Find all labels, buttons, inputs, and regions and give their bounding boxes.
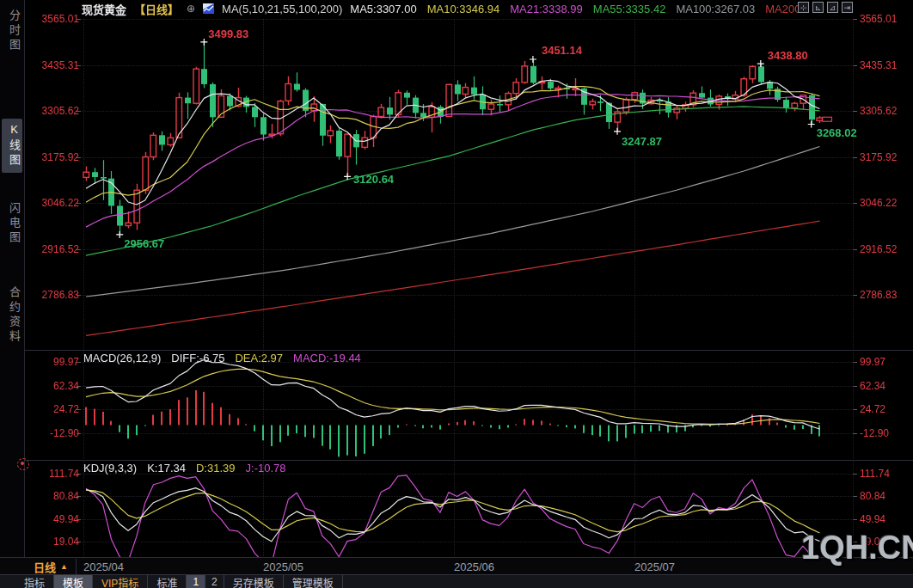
kdj-d-value: D:31.39: [196, 462, 236, 475]
price-axis-label: 99.97: [860, 356, 911, 368]
expand-pane-icon[interactable]: ⇥: [842, 2, 853, 13]
price-axis-label: 24.72: [26, 403, 79, 415]
price-annotation: 3438.80: [768, 49, 808, 62]
price-axis-label: 2916.52: [860, 243, 911, 255]
date-axis-label: 2025/07: [634, 560, 675, 573]
toolbar-tab-6[interactable]: 2: [205, 575, 224, 588]
price-axis-label: 3305.62: [860, 105, 911, 117]
macd-header: MACD(26,12,9) DIFF:-6.75 DEA:2.97 MACD:-…: [83, 352, 361, 364]
kline-chart-app: 分时图K线图闪电图合约资料 现货黄金 【日线】 ⊕ MA(5,10,21,55,…: [0, 0, 913, 588]
chart-canvas[interactable]: [0, 0, 913, 588]
date-axis-label: 2025/05: [263, 560, 303, 573]
ma-legend-value: MA10:3346.94: [427, 3, 500, 15]
pane-layout-2-icon[interactable]: ⊿: [827, 2, 838, 13]
price-axis-label: -12.90: [860, 427, 911, 439]
price-annotation: 3247.87: [622, 135, 662, 148]
sidebar-item-2[interactable]: K线图: [2, 119, 22, 173]
ma-legend: MA5:3307.00MA10:3346.94MA21:3338.99MA55:…: [350, 3, 804, 15]
price-axis-label: 49.94: [26, 513, 79, 525]
panel-divider: [24, 350, 913, 351]
price-annotation: 3499.83: [208, 28, 248, 40]
ma-legend-value: MA100:3267.03: [676, 3, 755, 15]
price-axis-label: 62.34: [26, 380, 79, 392]
price-axis-label: 80.84: [26, 490, 79, 502]
panel-divider: [24, 460, 913, 461]
price-axis-label: 80.84: [860, 490, 911, 502]
price-axis-label: 3046.22: [860, 197, 911, 209]
sidebar-item-3[interactable]: 闪电图: [2, 198, 22, 250]
toolbar-tab-1[interactable]: 指标: [15, 575, 54, 588]
price-axis-label: 19.04: [26, 536, 79, 548]
add-compare-icon[interactable]: ⊕: [187, 3, 195, 15]
symbol-name: 现货黄金: [82, 1, 126, 17]
date-axis-label: 2025/04: [83, 560, 124, 573]
ma-legend-value: MA5:3307.00: [350, 3, 416, 15]
period-tag: 【日线】: [134, 1, 179, 17]
kdj-title: KDJ(9,3,3): [83, 462, 137, 475]
price-axis-label: 49.94: [860, 513, 911, 525]
split-panes-icon[interactable]: ⊹: [798, 2, 809, 13]
macd-dea-value: DEA:2.97: [235, 352, 283, 364]
chart-type-sidebar: 分时图K线图闪电图合约资料: [0, 0, 25, 557]
price-axis-label: 3565.01: [26, 13, 79, 25]
price-axis-label: -12.90: [26, 427, 79, 439]
kdj-header: KDJ(9,3,3) K:17.34 D:31.39 J:-10.78: [83, 462, 286, 475]
kdj-k-value: K:17.34: [147, 462, 186, 475]
price-annotation: 2956.67: [124, 237, 164, 250]
price-axis-label: 2786.83: [860, 289, 911, 301]
kdj-j-value: J:-10.78: [246, 462, 286, 475]
date-axis-label: 2025/06: [454, 560, 494, 573]
price-axis-label: 3175.92: [26, 151, 79, 163]
ma-settings-label: MA(5,10,21,55,100,200): [222, 3, 342, 15]
price-axis-label: 3305.62: [26, 105, 79, 117]
price-axis-label: 111.74: [860, 468, 911, 480]
toolbar-tab-7[interactable]: 另存模板: [224, 575, 284, 588]
price-annotation: 3451.14: [542, 44, 582, 57]
toolbar-tab-4[interactable]: 标准: [148, 575, 187, 588]
toolbar-tab-8[interactable]: 管理模板: [284, 575, 343, 588]
main-chart-header: 现货黄金 【日线】 ⊕ MA(5,10,21,55,100,200) MA5:3…: [82, 2, 804, 15]
price-annotation: 3268.02: [817, 126, 857, 139]
price-axis-label: 3435.31: [26, 59, 79, 71]
price-axis-label: 3046.22: [26, 197, 79, 209]
macd-macd-value: MACD:-19.44: [293, 352, 361, 364]
date-axis-row: 日线 ▲ 2025/042025/052025/062025/07: [0, 557, 913, 575]
price-axis-label: 111.74: [26, 468, 79, 480]
price-axis-label: 3175.92: [860, 151, 911, 163]
toolbar-tab-3[interactable]: VIP指标: [93, 575, 148, 588]
macd-diff-value: DIFF:-6.75: [171, 352, 224, 364]
toolbar-tab-2[interactable]: 模板: [54, 575, 93, 588]
price-axis-label: 3565.01: [860, 13, 911, 25]
price-axis-label: 99.97: [26, 356, 79, 368]
price-axis-label: 62.34: [860, 380, 911, 392]
pane-layout-1-icon[interactable]: ⊾: [812, 2, 824, 13]
sidebar-item-4[interactable]: 合约资料: [2, 282, 22, 349]
pane-toolbar: ⊹⊾⊿⇥: [798, 2, 853, 13]
ma-legend-value: MA55:3335.42: [593, 3, 666, 15]
price-axis-label: 24.72: [860, 403, 911, 415]
toolbar-tab-5[interactable]: 1: [187, 575, 205, 588]
sidebar-item-1[interactable]: 分时图: [2, 5, 22, 58]
price-annotation: 3120.64: [353, 173, 394, 186]
ma-legend-value: MA21:3338.99: [510, 3, 583, 15]
price-axis-label: 2786.83: [26, 289, 79, 301]
macd-title: MACD(26,12,9): [83, 352, 161, 364]
triangle-up-icon: ▲: [60, 562, 68, 571]
period-selector-button[interactable]: 日线 ▲: [26, 559, 77, 574]
price-axis-label: 2916.52: [26, 243, 79, 255]
watermark: 1QH.CN: [801, 530, 913, 567]
indicator-toolbar: 指标模板VIP指标标准12另存模板管理模板: [0, 574, 913, 588]
price-axis-label: 3435.31: [860, 59, 911, 71]
mini-chart-icon[interactable]: [203, 3, 214, 14]
period-label: 日线: [34, 559, 56, 575]
